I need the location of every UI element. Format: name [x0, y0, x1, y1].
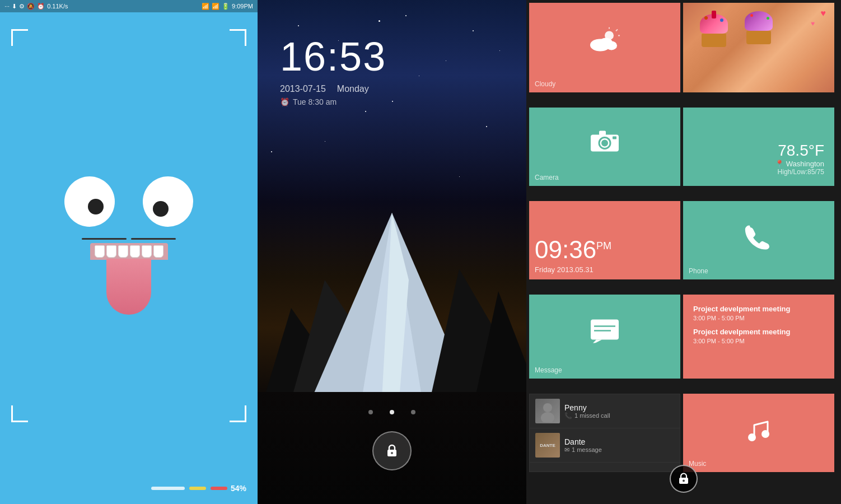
pupil-left	[88, 199, 104, 214]
tile-people[interactable]: Penny 📞 1 missed call DANTE Dante	[529, 394, 680, 472]
sprinkle-1	[704, 16, 708, 20]
battery-seg-red	[211, 487, 227, 490]
battery-icon: 🔋	[222, 3, 230, 10]
sprinkle-3	[750, 14, 753, 17]
battery-bar: 54%	[11, 484, 246, 493]
alarm-clock-icon: ⏰	[280, 97, 289, 106]
mountain-svg	[258, 168, 526, 420]
cupcake-2-frosting	[745, 11, 773, 31]
wp-lock-button[interactable]	[670, 465, 698, 493]
corner-bracket-tr	[230, 29, 246, 46]
miui-day: Monday	[337, 84, 369, 94]
pupil-right	[153, 201, 169, 217]
svg-point-8	[391, 452, 393, 454]
camera-label: Camera	[535, 174, 559, 181]
star	[486, 126, 487, 127]
calendar-content: Project develpment meeting 3:00 PM - 5:0…	[689, 300, 795, 352]
svg-point-15	[606, 41, 617, 50]
page-dot-2	[390, 410, 394, 414]
miui-alarm-line: ⏰ Tue 8:30 am	[280, 97, 369, 106]
star	[365, 111, 366, 112]
mouth-line-right	[131, 238, 176, 240]
contact-penny[interactable]: Penny 📞 1 missed call	[530, 394, 680, 428]
svg-point-18	[601, 139, 608, 146]
sprinkle-2	[720, 18, 723, 22]
wifi-icon: 📶	[202, 3, 209, 10]
dante-status-text: 1 message	[572, 446, 602, 453]
cupcake-2-base	[746, 31, 771, 44]
weather-big-content: 78.5°F 📍 Washington High/Low:85/75	[770, 137, 829, 180]
cupcake-1-candle	[712, 11, 716, 18]
status-right: 📶 📶 🔋 9:09PM	[202, 3, 253, 10]
penny-info: Penny 📞 1 missed call	[564, 403, 674, 419]
tile-message[interactable]: Message	[529, 295, 680, 379]
star	[446, 60, 446, 61]
tile-camera[interactable]: Camera	[529, 108, 680, 186]
star	[392, 101, 393, 102]
tile-weather-big[interactable]: 78.5°F 📍 Washington High/Low:85/75	[683, 108, 834, 186]
cloud-icon	[588, 27, 622, 61]
battery-segments	[151, 487, 227, 490]
weather-label: Cloudy	[535, 80, 555, 88]
tooth-1	[95, 245, 105, 258]
contact-dante[interactable]: DANTE Dante ✉ 1 message	[530, 428, 680, 463]
tile-weather[interactable]: Cloudy	[529, 3, 680, 92]
mute-icon: 🔕	[27, 3, 35, 10]
mouth-line-left	[82, 238, 127, 240]
phone-icon	[744, 222, 773, 258]
usb-icon: ⬇	[12, 3, 17, 10]
weather-temperature: 78.5°F	[775, 142, 824, 160]
android-status-bar: ··· ⬇ ⚙ 🔕 ⏰ 0.11K/s 📶 📶 🔋 9:09PM	[0, 0, 258, 12]
mouth-lines	[82, 238, 176, 240]
status-dots: ···	[4, 3, 10, 10]
android-panel: ··· ⬇ ⚙ 🔕 ⏰ 0.11K/s 📶 📶 🔋 9:09PM	[0, 0, 258, 504]
monster-mouth	[82, 238, 176, 315]
svg-point-30	[683, 480, 685, 482]
alarm-icon: ⏰	[37, 3, 45, 10]
dante-status: ✉ 1 message	[564, 446, 674, 454]
tooth-3	[118, 245, 128, 258]
penny-avatar-image	[535, 399, 560, 423]
star	[473, 30, 474, 31]
star	[298, 25, 299, 26]
dante-avatar: DANTE	[535, 433, 560, 458]
corner-bracket-bl	[11, 405, 28, 422]
svg-point-27	[748, 433, 756, 441]
dante-avatar-label: DANTE	[540, 443, 555, 448]
battery-percent: 54%	[231, 484, 246, 493]
clock-time: 9:09PM	[232, 3, 253, 10]
heart-icon-1: ♥	[821, 8, 826, 18]
tile-music[interactable]: Music	[683, 394, 834, 472]
tooth-5	[142, 245, 152, 258]
svg-line-11	[616, 29, 618, 31]
dante-status-icon: ✉	[564, 446, 569, 454]
tile-food-photo[interactable]: ♥ ♥	[683, 3, 834, 92]
svg-rect-21	[591, 320, 619, 340]
monster-eye-left	[64, 176, 115, 227]
tile-phone[interactable]: Phone	[683, 201, 834, 279]
miui-page-dots	[368, 410, 415, 414]
clock-hours-minutes: 09:36	[535, 236, 596, 263]
penny-name: Penny	[564, 403, 674, 412]
clock-content: 09:36PM Friday 2013.05.31	[535, 237, 611, 274]
event-1-time: 3:00 PM - 5:00 PM	[693, 314, 790, 322]
penny-avatar	[535, 399, 560, 423]
svg-rect-19	[599, 130, 606, 135]
miui-panel: 16:53 2013-07-15 Monday ⏰ Tue 8:30 am	[258, 0, 526, 504]
event-2-title: Project develpment meeting	[693, 328, 790, 337]
tile-calendar[interactable]: Project develpment meeting 3:00 PM - 5:0…	[683, 295, 834, 379]
calendar-event-1: Project develpment meeting 3:00 PM - 5:0…	[693, 305, 790, 322]
android-bottom: 54%	[0, 478, 258, 504]
cupcake-1	[700, 14, 728, 47]
status-left: ··· ⬇ ⚙ 🔕 ⏰ 0.11K/s	[4, 3, 68, 10]
camera-icon	[589, 128, 620, 159]
wp-panel: Cloudy	[526, 0, 841, 504]
miui-time-display: 16:53	[280, 34, 386, 80]
tile-clock[interactable]: 09:36PM Friday 2013.05.31	[529, 201, 680, 279]
monster-eyes	[64, 176, 193, 227]
miui-lock-button[interactable]	[372, 431, 412, 470]
svg-marker-22	[591, 340, 602, 343]
dante-name: Dante	[564, 437, 674, 446]
clock-period: PM	[596, 240, 611, 251]
message-icon	[590, 319, 620, 349]
